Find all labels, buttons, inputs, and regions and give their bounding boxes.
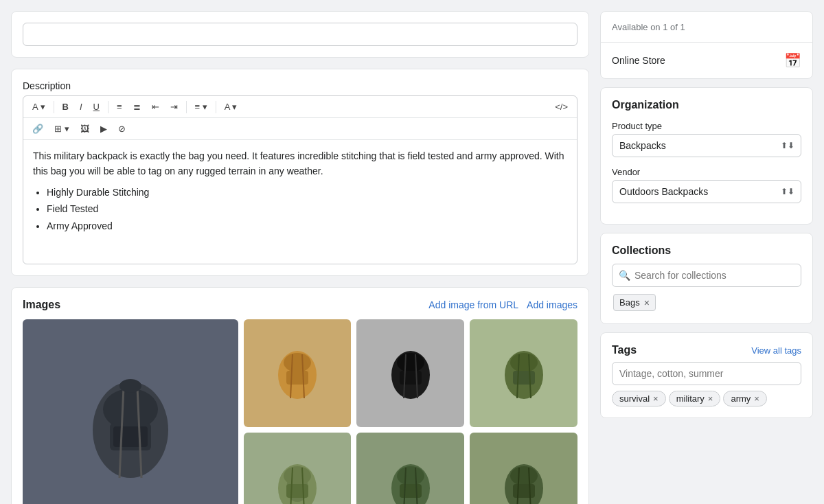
svg-point-18 — [510, 353, 538, 372]
editor-content[interactable]: This military backpack is exactly the ba… — [23, 140, 577, 264]
toolbar-divider-2 — [108, 101, 108, 113]
search-icon: 🔍 — [619, 270, 630, 281]
toolbar-ul-btn[interactable]: ≡ — [112, 99, 127, 115]
toolbar-italic-btn[interactable]: I — [75, 99, 87, 115]
svg-rect-30 — [400, 484, 422, 498]
toolbar-image-btn[interactable]: 🖼 — [76, 121, 94, 137]
svg-rect-25 — [286, 484, 308, 498]
toolbar-indent-right-btn[interactable]: ⇥ — [165, 99, 183, 115]
toolbar-align-btn[interactable]: ≡ ▾ — [190, 99, 212, 115]
collection-tag-label: Bags — [619, 297, 640, 308]
tags-input[interactable] — [612, 362, 801, 385]
product-type-select[interactable]: Backpacks Bags Accessories — [612, 134, 801, 157]
tags-card: Tags View all tags survival × military ×… — [600, 332, 813, 418]
thumb-3[interactable] — [470, 319, 577, 427]
toolbar-text-color-btn[interactable]: A ▾ — [220, 99, 242, 115]
vendor-select[interactable]: Outdoors Backpacks Military Supply Adven… — [612, 180, 801, 203]
availability-card: Available on 1 of 1 Online Store 📅 — [600, 11, 813, 79]
svg-point-24 — [284, 466, 311, 485]
tag-army-remove[interactable]: × — [754, 394, 759, 403]
thumb-1[interactable] — [244, 319, 352, 427]
toolbar-video-btn[interactable]: ▶ — [95, 121, 112, 137]
bullet-item-2: Field Tested — [47, 201, 567, 216]
images-card: Images Add image from URL Add images — [11, 287, 589, 504]
toolbar-bold-btn[interactable]: B — [58, 99, 73, 115]
collections-tags: Bags × — [612, 293, 801, 312]
svg-rect-9 — [286, 371, 308, 385]
collection-tag-remove[interactable]: × — [644, 298, 650, 308]
svg-point-29 — [397, 466, 424, 485]
images-title: Images — [23, 299, 60, 311]
svg-point-13 — [397, 353, 424, 372]
images-header: Images Add image from URL Add images — [23, 299, 577, 311]
toolbar-row-2: 🔗 ⊞ ▾ 🖼 ▶ ⊘ — [23, 118, 577, 140]
toolbar-underline-btn[interactable]: U — [89, 99, 104, 115]
add-images-button[interactable]: Add images — [527, 299, 577, 310]
description-editor[interactable]: A ▾ B I U ≡ ≣ ⇤ ⇥ ≡ ▾ A ▾ </> — [23, 95, 577, 264]
collection-tag-bags: Bags × — [613, 294, 656, 311]
editor-bullet-list: Highly Durable Stitching Field Tested Ar… — [47, 185, 567, 233]
tag-survival-label: survival — [619, 393, 650, 404]
thumb-2-svg — [383, 342, 438, 404]
collections-search-wrap: 🔍 — [612, 264, 801, 287]
store-name: Online Store — [612, 55, 665, 66]
tag-army-label: army — [731, 393, 751, 404]
thumb-4-svg — [270, 455, 325, 504]
vendor-label: Vendor — [612, 167, 801, 177]
add-image-url-button[interactable]: Add image from URL — [428, 299, 518, 310]
thumb-2[interactable] — [356, 319, 464, 427]
thumb-5[interactable] — [356, 433, 464, 504]
thumb-6[interactable] — [470, 433, 577, 504]
toolbar-font-btn[interactable]: A ▾ — [27, 99, 50, 115]
thumb-4[interactable] — [244, 433, 352, 504]
product-title-input[interactable]: Durable Army Backpack — [23, 23, 577, 46]
toolbar-indent-left-btn[interactable]: ⇤ — [147, 99, 164, 115]
tag-military-remove[interactable]: × — [708, 394, 713, 403]
toolbar-table-btn[interactable]: ⊞ ▾ — [49, 121, 74, 137]
tag-army: army × — [723, 391, 766, 406]
svg-rect-19 — [513, 371, 535, 385]
tag-military: military × — [669, 391, 721, 406]
product-type-group: Product type Backpacks Bags Accessories … — [612, 121, 801, 157]
tag-military-label: military — [676, 393, 705, 404]
svg-point-8 — [284, 353, 311, 372]
product-type-select-wrap: Backpacks Bags Accessories ⬆⬇ — [612, 134, 801, 157]
svg-rect-3 — [113, 426, 148, 447]
toolbar-divider-3 — [186, 101, 187, 113]
toolbar-divider-4 — [216, 101, 216, 113]
tags-title: Tags — [612, 344, 637, 356]
description-label: Description — [23, 80, 577, 91]
thumb-3-svg — [496, 342, 551, 404]
toolbar-divider-1 — [54, 101, 54, 113]
view-all-tags-button[interactable]: View all tags — [751, 345, 801, 356]
bullet-item-3: Army Approved — [47, 218, 567, 233]
svg-point-6 — [119, 379, 141, 393]
tag-survival-remove[interactable]: × — [653, 394, 659, 403]
thumb-5-svg — [383, 455, 438, 504]
svg-point-34 — [510, 466, 538, 485]
toolbar-noformat-btn[interactable]: ⊘ — [113, 121, 130, 137]
toolbar-row-1: A ▾ B I U ≡ ≣ ⇤ ⇥ ≡ ▾ A ▾ </> — [23, 96, 577, 118]
calendar-icon[interactable]: 📅 — [784, 52, 801, 69]
tags-header: Tags View all tags — [612, 344, 801, 356]
main-backpack-svg — [76, 361, 185, 499]
toolbar-ol-btn[interactable]: ≣ — [128, 99, 146, 115]
thumb-6-svg — [496, 455, 551, 504]
vendor-group: Vendor Outdoors Backpacks Military Suppl… — [612, 167, 801, 203]
product-type-label: Product type — [612, 121, 801, 131]
collections-title: Collections — [612, 244, 801, 257]
svg-rect-14 — [400, 371, 422, 385]
availability-row: Online Store 📅 — [601, 43, 812, 78]
main-image[interactable]: Edit alt text 👁 ✏ ALT 🗑 — [23, 319, 238, 504]
collections-card: Collections 🔍 Bags × — [600, 233, 813, 324]
tag-survival: survival × — [612, 391, 666, 406]
availability-top: Available on 1 of 1 — [601, 12, 812, 43]
vendor-select-wrap: Outdoors Backpacks Military Supply Adven… — [612, 180, 801, 203]
images-actions: Add image from URL Add images — [428, 299, 577, 310]
toolbar-link-btn[interactable]: 🔗 — [27, 121, 48, 137]
collections-search-input[interactable] — [612, 264, 801, 287]
tags-list: survival × military × army × — [612, 391, 801, 406]
organization-card: Organization Product type Backpacks Bags… — [600, 87, 813, 225]
thumb-1-svg — [270, 342, 325, 404]
toolbar-code-btn[interactable]: </> — [550, 99, 573, 115]
